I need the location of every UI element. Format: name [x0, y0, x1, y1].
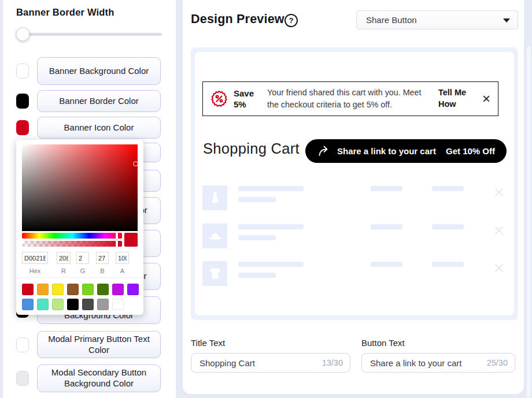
red-input[interactable] — [57, 252, 71, 264]
preset-swatch[interactable] — [97, 284, 109, 295]
dropdown-value: Share Button — [366, 15, 417, 25]
color-row-banner-border: Banner Border Color — [3, 90, 176, 112]
g-label: G — [76, 267, 89, 274]
cart-title: Shopping Cart — [203, 140, 300, 157]
settings-sidebar: Banner Border Width Banner Background Co… — [3, 0, 176, 398]
preset-swatch[interactable] — [22, 299, 34, 310]
text-placeholder — [238, 235, 276, 240]
discount-badge-icon — [210, 90, 228, 107]
hat-icon — [208, 229, 223, 244]
a-label: A — [116, 267, 129, 274]
dress-icon — [208, 191, 222, 205]
modal-primary-text-color-button[interactable]: Modal Primary Button Text Color — [37, 331, 161, 358]
color-picker-popup: Hex R G B A — [16, 140, 143, 315]
text-placeholder — [371, 186, 402, 191]
title-text-input[interactable] — [191, 354, 302, 372]
discount-banner: Save 5% Your friend shared this cart wit… — [202, 81, 498, 116]
design-preview-card: Design Preview ? Share Button Save 5% Yo… — [183, 0, 524, 394]
share-button-label: Share a link to your cart — [337, 146, 436, 156]
preset-swatch[interactable] — [67, 284, 79, 295]
remove-item-icon[interactable] — [494, 188, 504, 197]
share-arrow-icon — [318, 146, 332, 157]
color-row-modal-secondary-bg: Modal Secondary Button Background Color — [3, 364, 176, 392]
banner-highlight: Save 5% — [234, 88, 261, 110]
button-text-input[interactable] — [362, 354, 469, 372]
color-row-banner-icon: Banner Icon Color — [3, 117, 176, 139]
item-thumbnail — [202, 261, 227, 286]
banner-action-link[interactable]: Tell Me How — [438, 87, 474, 110]
title-text-label: Title Text — [191, 338, 225, 348]
preset-swatch[interactable] — [67, 299, 79, 310]
page-title: Design Preview — [191, 12, 285, 27]
remove-item-icon[interactable] — [494, 226, 504, 235]
preview-inner-card: Save 5% Your friend shared this cart wit… — [195, 52, 514, 315]
color-swatch[interactable] — [16, 94, 29, 109]
text-placeholder — [371, 224, 402, 229]
text-placeholder — [238, 262, 304, 267]
preset-swatch[interactable] — [112, 284, 124, 295]
border-width-slider-thumb[interactable] — [16, 28, 29, 41]
preset-swatch[interactable] — [37, 284, 49, 295]
button-text-field: 25/30 — [361, 353, 515, 373]
text-placeholder — [432, 186, 464, 191]
preset-swatch[interactable] — [82, 284, 94, 295]
text-placeholder — [432, 262, 464, 267]
text-placeholder — [238, 186, 304, 191]
preset-swatch[interactable] — [22, 284, 34, 295]
b-label: B — [96, 267, 109, 274]
saturation-pointer[interactable] — [133, 161, 138, 166]
blue-input[interactable] — [96, 252, 109, 264]
preset-swatch[interactable] — [37, 299, 49, 310]
r-label: R — [57, 267, 71, 274]
title-text-field: 13/30 — [191, 353, 350, 373]
color-swatch[interactable] — [16, 337, 29, 352]
button-char-counter: 25/30 — [487, 358, 508, 367]
color-row-banner-background: Banner Background Color — [3, 57, 176, 85]
hue-slider-handle[interactable] — [116, 232, 118, 239]
text-placeholder — [371, 262, 402, 267]
tshirt-icon — [208, 266, 223, 281]
preset-swatch[interactable] — [112, 299, 124, 310]
preset-swatch[interactable] — [82, 299, 94, 310]
help-icon[interactable]: ? — [285, 14, 298, 27]
color-row-modal-primary-text: Modal Primary Button Text Color — [3, 331, 176, 358]
share-cart-button[interactable]: Share a link to your cart Get 10% Off — [305, 139, 507, 163]
banner-icon-color-button[interactable]: Banner Icon Color — [37, 117, 161, 139]
banner-border-color-button[interactable]: Banner Border Color — [37, 90, 161, 112]
preset-swatches — [22, 284, 143, 314]
modal-secondary-bg-color-button[interactable]: Modal Secondary Button Background Color — [37, 364, 161, 392]
remove-item-icon[interactable] — [494, 263, 504, 273]
text-placeholder — [238, 224, 304, 229]
banner-background-color-button[interactable]: Banner Background Color — [37, 57, 161, 85]
preset-swatch[interactable] — [127, 284, 139, 295]
chevron-down-icon — [503, 18, 510, 23]
title-char-counter: 13/30 — [322, 358, 343, 367]
share-button-offer: Get 10% Off — [446, 146, 495, 156]
hue-slider[interactable] — [22, 233, 122, 239]
alpha-slider[interactable] — [22, 241, 122, 247]
widget-select-dropdown[interactable]: Share Button — [356, 10, 518, 29]
hex-input[interactable] — [22, 252, 48, 264]
item-thumbnail — [202, 224, 227, 248]
saturation-area[interactable] — [22, 144, 138, 231]
alpha-input[interactable] — [116, 252, 129, 264]
page-scrollbar[interactable] — [527, 46, 531, 398]
banner-close-icon[interactable]: × — [482, 92, 490, 106]
hex-label: Hex — [22, 267, 48, 274]
green-input[interactable] — [76, 252, 89, 264]
preview-panel: Save 5% Your friend shared this cart wit… — [191, 47, 518, 320]
picker-divider — [16, 277, 143, 278]
cart-item-placeholder — [202, 261, 507, 286]
preset-swatch[interactable] — [97, 299, 109, 310]
cart-item-placeholder — [202, 224, 507, 248]
cart-item-placeholder — [202, 185, 507, 210]
color-swatch[interactable] — [16, 120, 29, 135]
alpha-slider-handle[interactable] — [116, 240, 118, 247]
sidebar-heading: Banner Border Width — [16, 7, 114, 18]
preset-swatch[interactable] — [52, 284, 64, 295]
color-swatch[interactable] — [16, 64, 29, 79]
border-width-slider-track[interactable] — [16, 33, 162, 36]
current-color-preview — [124, 233, 138, 247]
color-swatch[interactable] — [16, 371, 29, 386]
preset-swatch[interactable] — [52, 299, 64, 310]
